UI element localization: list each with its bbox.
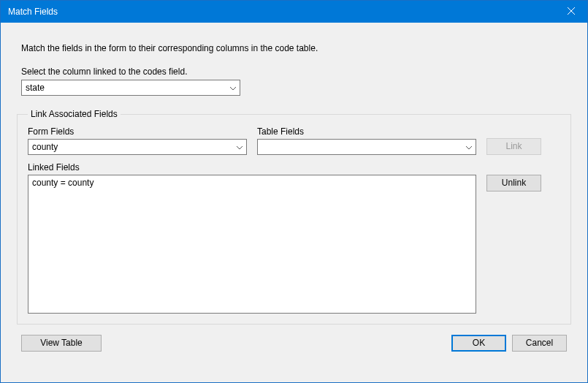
- dialog-body: Match the fields in the form to their co…: [1, 23, 587, 382]
- ok-button[interactable]: OK: [451, 335, 506, 352]
- form-fields-label: Form Fields: [28, 126, 247, 137]
- cancel-button[interactable]: Cancel: [512, 335, 567, 352]
- chevron-down-icon: [465, 141, 473, 153]
- linked-fields-label: Linked Fields: [28, 162, 560, 172]
- view-table-button[interactable]: View Table: [21, 335, 102, 352]
- unlink-button[interactable]: Unlink: [486, 175, 541, 192]
- table-fields-dropdown[interactable]: [257, 139, 476, 155]
- codes-field-label: Select the column linked to the codes fi…: [21, 67, 567, 77]
- window-title: Match Fields: [8, 7, 554, 17]
- close-icon: [568, 7, 575, 17]
- dialog-window: Match Fields Match the fields in the for…: [0, 0, 588, 383]
- linked-field-entry[interactable]: county = county: [32, 178, 472, 188]
- linked-row: county = county Unlink: [28, 175, 560, 314]
- form-fields-dropdown[interactable]: county: [28, 139, 247, 155]
- link-associated-fields-group: Link Associated Fields Form Fields count…: [17, 109, 571, 325]
- table-fields-label: Table Fields: [257, 126, 476, 137]
- form-fields-col: Form Fields county: [28, 126, 247, 155]
- linked-fields-listbox[interactable]: county = county: [28, 175, 476, 314]
- close-button[interactable]: [554, 1, 587, 23]
- intro-text: Match the fields in the form to their co…: [21, 43, 567, 53]
- chevron-down-icon: [236, 141, 243, 153]
- group-legend: Link Associated Fields: [28, 109, 121, 119]
- fields-row: Form Fields county Table Fields: [28, 126, 560, 155]
- link-button[interactable]: Link: [486, 138, 541, 155]
- codes-column-dropdown[interactable]: state: [21, 80, 240, 96]
- dialog-footer: View Table OK Cancel: [17, 335, 571, 352]
- codes-column-value: state: [26, 83, 45, 93]
- chevron-down-icon: [229, 82, 237, 94]
- form-fields-value: county: [32, 142, 58, 152]
- table-fields-col: Table Fields: [257, 126, 476, 155]
- titlebar: Match Fields: [1, 1, 587, 23]
